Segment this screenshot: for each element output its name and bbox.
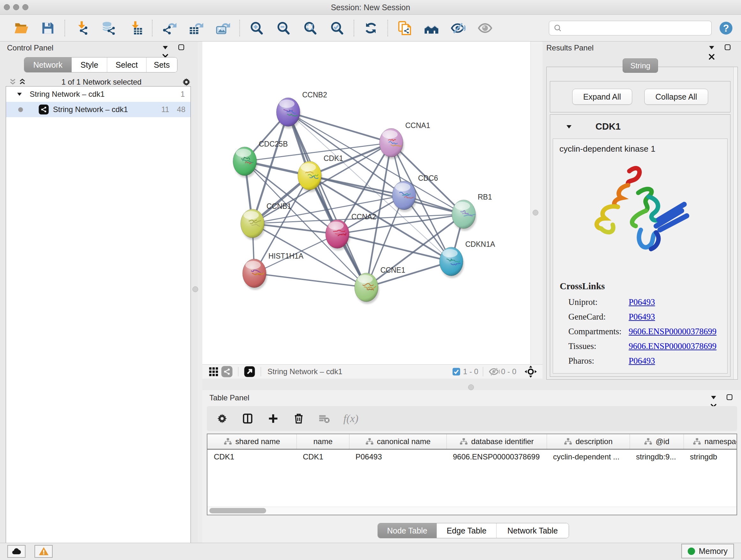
protein-details: cyclin-dependent kinase 1 CrossLinks Uni… [553,138,728,374]
crosslink-row: Compartments:9606.ENSP00000378699 [553,324,727,339]
network-canvas[interactable]: CCNB2CCNA1CDC25BCDK1CDC6RB1CCNB1CCNA2CDK… [202,42,530,364]
column-header-shared-name[interactable]: shared name [207,434,296,449]
open-external-icon[interactable] [243,365,256,378]
table-cell[interactable]: CDK1 [207,449,296,464]
zoom-selected-icon[interactable] [330,21,344,36]
tab-node-table[interactable]: Node Table [378,523,436,538]
homes-icon[interactable] [424,21,439,36]
zoom-in-icon[interactable] [249,21,264,36]
search-input[interactable] [549,21,712,36]
network-edge[interactable] [288,112,366,287]
collapse-all-button[interactable]: Collapse All [644,89,709,105]
search-field[interactable] [562,23,701,33]
network-node-CCNB2[interactable]: CCNB2 [276,91,327,129]
results-scrollbar[interactable] [733,67,738,379]
network-edge[interactable] [366,261,451,287]
chevrons-up-icon[interactable] [18,78,27,86]
delete-column-icon[interactable] [292,412,305,425]
control-panel-float-icon[interactable] [177,43,186,52]
show-eye-icon[interactable] [478,21,492,36]
columns-icon[interactable] [241,412,254,425]
column-header-description[interactable]: description [547,434,630,449]
duplicate-network-icon[interactable] [397,21,412,36]
zoom-fit-icon[interactable] [303,21,318,36]
tree-collection-row[interactable]: String Network – cdk1 1 [6,86,191,102]
selected-checkbox-icon[interactable] [450,365,463,378]
control-panel-collapse-arrow-icon[interactable] [161,43,170,52]
gear-icon[interactable] [182,78,191,86]
table-cell[interactable]: stringdb:9... [630,449,684,464]
table-panel-collapse-arrow-icon[interactable] [709,393,718,402]
hide-eye-icon[interactable] [451,21,466,36]
chevrons-down-icon[interactable] [8,78,17,86]
table-hscrollbar-thumb[interactable] [209,508,266,513]
network-node-CDKN1A[interactable]: CDKN1A [440,240,495,278]
open-file-icon[interactable] [14,21,28,36]
results-panel-collapse-arrow-icon[interactable] [707,43,716,52]
network-edge[interactable] [254,273,366,287]
export-table-icon[interactable] [189,21,203,36]
tab-edge-table[interactable]: Edge Table [436,523,496,538]
zoom-out-icon[interactable] [276,21,291,36]
results-panel-float-icon[interactable] [723,43,732,52]
column-header-namespace[interactable]: namespace [684,434,737,449]
import-network-icon[interactable] [74,21,89,36]
control-panel-divider-handle[interactable] [192,287,198,292]
table-cell[interactable]: 9606.ENSP00000378699 [447,449,547,464]
tab-style[interactable]: Style [71,57,107,72]
export-network-icon[interactable] [162,21,177,36]
export-image-icon[interactable] [215,21,230,36]
table-panel-divider-handle[interactable] [468,384,474,390]
table-row[interactable]: CDK1CDK1P064939606.ENSP00000378699cyclin… [207,449,737,464]
help-button[interactable]: ? [719,21,733,36]
tab-string[interactable]: String [623,58,658,73]
network-node-RB1[interactable]: RB1 [452,193,492,231]
crosshair-icon[interactable] [524,365,537,378]
network-edge[interactable] [288,112,391,143]
memory-button[interactable]: Memory [681,544,734,558]
collection-expand-arrow-icon[interactable] [16,91,23,98]
crosslink-link[interactable]: 9606.ENSP00000378699 [629,341,717,351]
hidden-eye-icon[interactable] [488,365,501,378]
crosslink-link[interactable]: P06493 [629,356,655,366]
results-divider-handle[interactable] [533,210,538,215]
share-view-icon[interactable] [220,365,233,378]
table-cell[interactable]: CDK1 [296,449,349,464]
cloud-button[interactable] [7,545,25,558]
tab-sets[interactable]: Sets [146,57,177,72]
table-header-row: shared namenamecanonical namedatabase id… [207,434,737,449]
table-cell[interactable]: P06493 [349,449,447,464]
gear-icon[interactable] [216,412,228,425]
column-header-name[interactable]: name [296,434,349,449]
network-node-CCNE1[interactable]: CCNE1 [354,266,405,304]
column-header--id[interactable]: @id [630,434,684,449]
refresh-layout-icon[interactable] [363,21,378,36]
protein-expand-arrow-icon[interactable] [565,123,572,130]
crosslink-link[interactable]: 9606.ENSP00000378699 [629,327,717,336]
crosslink-link[interactable]: P06493 [629,297,655,307]
titlebar: Session: New Session [0,0,741,15]
warning-button[interactable] [35,545,53,558]
results-panel-close-icon[interactable] [707,52,716,61]
node-label: CDKN1A [465,240,495,248]
network-node-CCNA1[interactable]: CCNA1 [380,121,430,159]
grid-view-icon[interactable] [207,365,220,378]
collection-label: String Network – cdk1 [30,90,105,99]
column-header-canonical-name[interactable]: canonical name [349,434,447,449]
table-panel-float-icon[interactable] [725,393,734,401]
save-session-icon[interactable] [41,21,55,36]
network-node-HIST1H1A[interactable]: HIST1H1A [243,252,304,290]
tab-network[interactable]: Network [24,57,71,72]
add-column-icon[interactable] [267,412,280,425]
tree-network-row[interactable]: String Network – cdk1 11 48 [6,102,191,117]
crosslink-link[interactable]: P06493 [629,312,655,322]
table-cell[interactable]: cyclin-dependent ... [547,449,630,464]
tab-select[interactable]: Select [107,57,146,72]
column-header-database-identifier[interactable]: database identifier [447,434,547,449]
import-table-icon[interactable] [128,21,143,36]
import-database-icon[interactable] [101,21,116,36]
tab-network-table[interactable]: Network Table [496,523,569,538]
protein-section-header[interactable]: CDK1 [550,115,730,138]
table-cell[interactable]: stringdb [684,449,737,464]
expand-all-button[interactable]: Expand All [572,89,632,105]
